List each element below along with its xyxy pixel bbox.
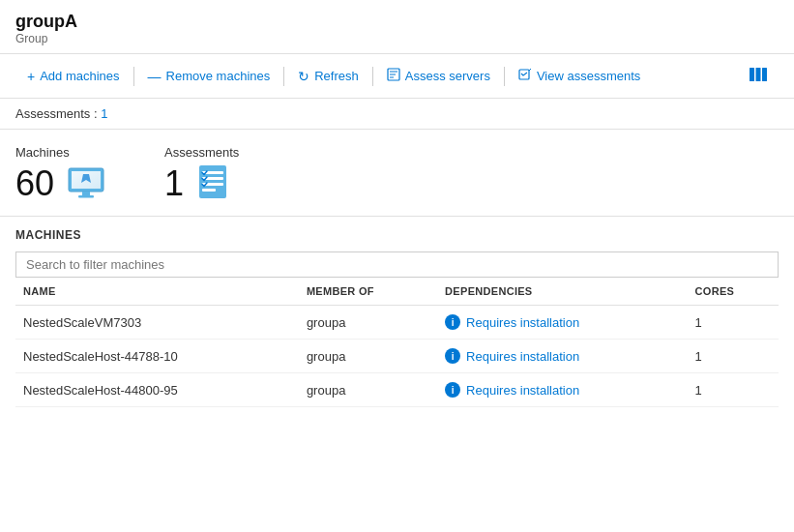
checklist-icon — [195, 163, 236, 204]
machines-count: 60 — [15, 166, 54, 201]
search-input[interactable] — [15, 251, 779, 278]
cell-dependencies: i Requires installation — [437, 373, 687, 407]
col-name: NAME — [15, 278, 299, 306]
cell-cores: 1 — [688, 340, 779, 373]
refresh-icon: ↻ — [298, 69, 309, 84]
col-member-of: MEMBER OF — [299, 278, 437, 306]
plus-icon: + — [27, 69, 35, 84]
cell-member-of: groupa — [299, 340, 437, 373]
toolbar-divider-2 — [283, 67, 284, 86]
svg-rect-16 — [199, 165, 226, 198]
machines-section: MACHINES NAME MEMBER OF DEPENDENCIES COR… — [0, 217, 794, 407]
add-machines-button[interactable]: + Add machines — [15, 63, 132, 90]
table-row: NestedScaleHost-44788-10 groupa i Requir… — [15, 340, 779, 373]
remove-machines-button[interactable]: — Remove machines — [136, 63, 282, 90]
cell-dependencies: i Requires installation — [437, 306, 687, 340]
cell-dependencies: i Requires installation — [437, 340, 687, 373]
col-dependencies: DEPENDENCIES — [437, 278, 687, 306]
cell-member-of: groupa — [299, 373, 437, 407]
columns-icon — [750, 68, 767, 84]
toolbar-divider-4 — [504, 67, 505, 86]
page-subtitle: Group — [15, 32, 779, 45]
dep-link[interactable]: Requires installation — [466, 349, 579, 364]
toolbar-right — [738, 62, 779, 90]
computer-icon — [66, 163, 106, 204]
assessments-count: 1 — [164, 166, 184, 201]
table-row: NestedScaleHost-44800-95 groupa i Requir… — [15, 373, 779, 407]
assess-servers-button[interactable]: Assess servers — [375, 62, 502, 90]
toolbar-divider-1 — [133, 67, 134, 86]
page-header: groupA Group — [0, 0, 794, 54]
svg-rect-8 — [762, 68, 767, 81]
minus-icon: — — [148, 69, 162, 84]
info-icon: i — [445, 382, 460, 398]
svg-line-5 — [529, 69, 531, 71]
cell-name: NestedScaleVM7303 — [15, 306, 299, 340]
cell-cores: 1 — [688, 306, 779, 340]
assessments-label: Assessments : — [15, 106, 101, 121]
assessments-stat: Assessments 1 — [164, 145, 239, 204]
cell-name: NestedScaleHost-44788-10 — [15, 340, 299, 373]
page-title: groupA — [15, 12, 779, 32]
dep-link[interactable]: Requires installation — [466, 383, 579, 398]
view-icon — [518, 68, 532, 84]
svg-rect-15 — [78, 195, 94, 198]
svg-rect-7 — [756, 68, 761, 81]
assessments-bar: Assessments : 1 — [0, 99, 794, 130]
info-icon: i — [445, 314, 460, 330]
col-cores: CORES — [688, 278, 779, 306]
view-assessments-button[interactable]: View assessments — [507, 62, 652, 90]
columns-button[interactable] — [738, 62, 779, 90]
dep-link[interactable]: Requires installation — [466, 315, 579, 330]
cell-cores: 1 — [688, 373, 779, 407]
refresh-button[interactable]: ↻ Refresh — [286, 63, 370, 90]
info-icon: i — [445, 348, 460, 364]
cell-member-of: groupa — [299, 306, 437, 340]
assess-icon — [387, 68, 400, 84]
assessments-stat-label: Assessments — [164, 145, 239, 160]
toolbar-divider-3 — [372, 67, 373, 86]
table-row: NestedScaleVM7303 groupa i Requires inst… — [15, 306, 779, 340]
svg-rect-6 — [750, 68, 754, 81]
cell-name: NestedScaleHost-44800-95 — [15, 373, 299, 407]
stats-section: Machines 60 — [0, 130, 794, 217]
machines-label: Machines — [15, 145, 106, 160]
machines-stat: Machines 60 — [15, 145, 106, 204]
machines-table: NAME MEMBER OF DEPENDENCIES CORES Nested… — [15, 278, 779, 407]
table-header-row: NAME MEMBER OF DEPENDENCIES CORES — [15, 278, 779, 306]
assessments-count-link[interactable]: 1 — [101, 106, 107, 121]
machines-title: MACHINES — [15, 228, 779, 242]
svg-rect-14 — [82, 192, 90, 195]
svg-rect-20 — [202, 189, 216, 192]
toolbar: + Add machines — Remove machines ↻ Refre… — [0, 54, 794, 99]
